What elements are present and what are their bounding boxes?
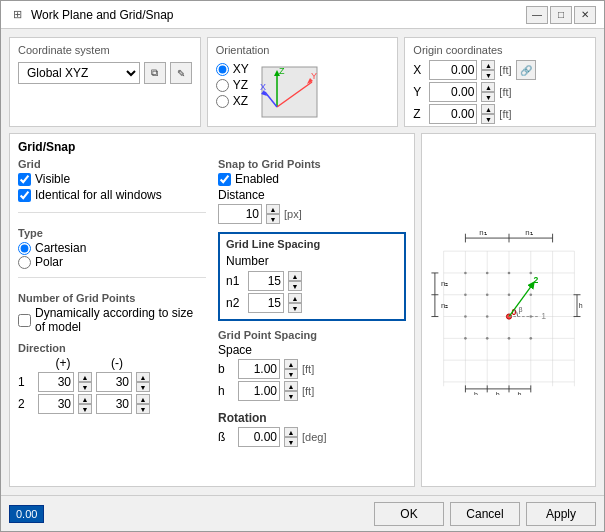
orientation-xz-row: XZ [216, 94, 249, 108]
origin-x-label: X [413, 63, 425, 77]
orientation-yz-label: YZ [233, 78, 248, 92]
dynamic-checkbox[interactable] [18, 314, 31, 327]
type-cartesian-radio[interactable] [18, 242, 31, 255]
n2-down[interactable]: ▼ [288, 303, 302, 313]
origin-z-input[interactable] [429, 104, 477, 124]
origin-z-label: Z [413, 107, 425, 121]
ok-button[interactable]: OK [374, 502, 444, 526]
origin-y-spinner: ▲ ▼ [481, 82, 495, 102]
svg-point-26 [485, 272, 488, 275]
b-up[interactable]: ▲ [284, 359, 298, 369]
direction-header: (+) (-) [18, 356, 206, 370]
grid-visible-checkbox[interactable] [18, 173, 31, 186]
n2-up[interactable]: ▲ [288, 293, 302, 303]
grid-diagram-svg: n₁ n₁ n₂ n₂ 0 2 1 [424, 225, 594, 395]
svg-text:b: b [517, 391, 521, 395]
svg-text:X: X [260, 82, 266, 92]
snap-distance-input[interactable] [218, 204, 262, 224]
orientation-yz-radio[interactable] [216, 79, 229, 92]
dir-1-neg-input[interactable] [96, 372, 132, 392]
orientation-xz-radio[interactable] [216, 95, 229, 108]
h-down[interactable]: ▼ [284, 391, 298, 401]
dir-1-pos-input[interactable] [38, 372, 74, 392]
b-input[interactable] [238, 359, 280, 379]
dir-1-pos-down[interactable]: ▼ [78, 382, 92, 392]
origin-x-lock[interactable]: 🔗 [516, 60, 536, 80]
dir-1-neg-up[interactable]: ▲ [136, 372, 150, 382]
origin-z-up[interactable]: ▲ [481, 104, 495, 114]
n1-row: n1 ▲ ▼ [226, 271, 398, 291]
dir-2-neg-down[interactable]: ▼ [136, 404, 150, 414]
grid-visible-label: Visible [35, 172, 70, 186]
dir-2-neg-input[interactable] [96, 394, 132, 414]
origin-x-input[interactable] [429, 60, 477, 80]
h-input[interactable] [238, 381, 280, 401]
dir-row-2-label: 2 [18, 397, 34, 411]
b-down[interactable]: ▼ [284, 369, 298, 379]
dir-2-pos-down[interactable]: ▼ [78, 404, 92, 414]
svg-point-33 [464, 315, 467, 318]
apply-button[interactable]: Apply [526, 502, 596, 526]
main-window: ⊞ Work Plane and Grid/Snap — □ ✕ Coordin… [0, 0, 605, 532]
n1-down[interactable]: ▼ [288, 281, 302, 291]
origin-y-input[interactable] [429, 82, 477, 102]
beta-label: ß [218, 430, 234, 444]
orientation-panel: Orientation XY YZ XZ [207, 37, 399, 127]
n2-label: n2 [226, 296, 244, 310]
maximize-button[interactable]: □ [550, 6, 572, 24]
dir-2-pos-input[interactable] [38, 394, 74, 414]
type-polar-radio[interactable] [18, 256, 31, 269]
svg-text:n₁: n₁ [479, 228, 486, 237]
close-button[interactable]: ✕ [574, 6, 596, 24]
type-subsection: Type Cartesian Polar [18, 227, 206, 269]
orientation-xy-row: XY [216, 62, 249, 76]
grid-snap-main-panel: Grid/Snap Grid Visible [9, 133, 415, 487]
n1-up[interactable]: ▲ [288, 271, 302, 281]
origin-x-up[interactable]: ▲ [481, 60, 495, 70]
title-bar-buttons: — □ ✕ [526, 6, 596, 24]
dir-2-neg-up[interactable]: ▲ [136, 394, 150, 404]
dir-col-neg: (-) [92, 356, 142, 370]
dir-row-1-label: 1 [18, 375, 34, 389]
n2-input[interactable] [248, 293, 284, 313]
snap-enabled-checkbox[interactable] [218, 173, 231, 186]
minimize-button[interactable]: — [526, 6, 548, 24]
direction-row-2: 2 ▲ ▼ ▲ ▼ [18, 394, 206, 414]
snap-distance-up[interactable]: ▲ [266, 204, 280, 214]
origin-x-down[interactable]: ▼ [481, 70, 495, 80]
svg-point-31 [507, 293, 510, 296]
grid-line-number-label: Number [226, 254, 398, 268]
h-up[interactable]: ▲ [284, 381, 298, 391]
dir-1-pos-up[interactable]: ▲ [78, 372, 92, 382]
n1-input[interactable] [248, 271, 284, 291]
svg-point-40 [529, 337, 532, 340]
dir-2-pos-up[interactable]: ▲ [78, 394, 92, 404]
beta-down[interactable]: ▼ [284, 437, 298, 447]
type-title: Type [18, 227, 206, 239]
svg-point-25 [464, 272, 467, 275]
origin-y-down[interactable]: ▼ [481, 92, 495, 102]
title-bar: ⊞ Work Plane and Grid/Snap — □ ✕ [1, 1, 604, 29]
beta-up[interactable]: ▲ [284, 427, 298, 437]
orientation-content: XY YZ XZ [216, 62, 390, 117]
orientation-xy-radio[interactable] [216, 63, 229, 76]
distance-label: Distance [218, 188, 406, 202]
snap-enabled-label: Enabled [235, 172, 279, 186]
svg-point-37 [464, 337, 467, 340]
h-label: h [218, 384, 234, 398]
origin-y-up[interactable]: ▲ [481, 82, 495, 92]
origin-x-row: X ▲ ▼ [ft] 🔗 [413, 60, 587, 80]
grid-identical-checkbox[interactable] [18, 189, 31, 202]
cancel-button[interactable]: Cancel [450, 502, 520, 526]
beta-spinner: ▲ ▼ [284, 427, 298, 447]
window-icon: ⊞ [9, 7, 25, 23]
beta-input[interactable] [238, 427, 280, 447]
coord-copy-button[interactable]: ⧉ [144, 62, 166, 84]
svg-point-38 [485, 337, 488, 340]
beta-row: ß ▲ ▼ [deg] [218, 427, 406, 447]
dir-1-neg-down[interactable]: ▼ [136, 382, 150, 392]
snap-distance-down[interactable]: ▼ [266, 214, 280, 224]
coordinate-system-select[interactable]: Global XYZ [18, 62, 140, 84]
origin-z-down[interactable]: ▼ [481, 114, 495, 124]
coord-edit-button[interactable]: ✎ [170, 62, 192, 84]
